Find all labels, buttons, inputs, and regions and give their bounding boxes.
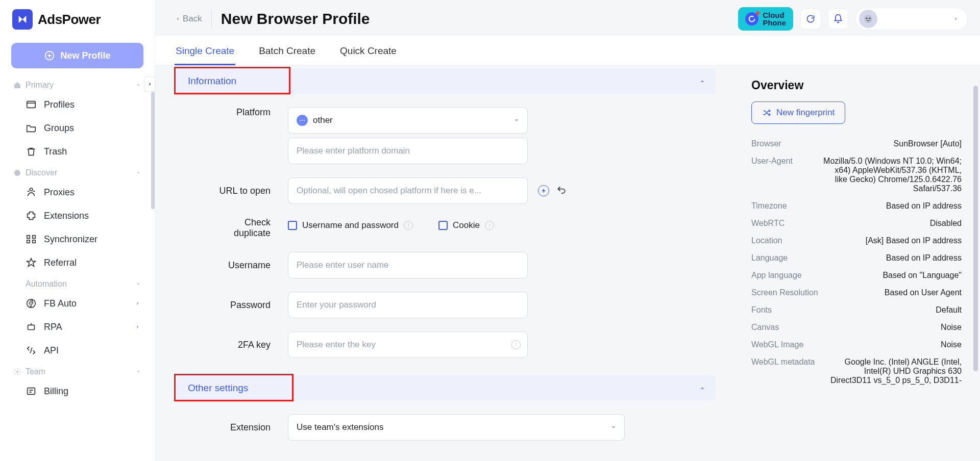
sidebar-item-groups[interactable]: Groups (0, 116, 155, 140)
new-profile-button[interactable]: New Profile (11, 43, 143, 68)
sidebar: AdsPower New Profile Primary Profiles Gr… (0, 0, 155, 461)
chevron-down-icon (610, 424, 617, 431)
check-duplicate-label: Check duplicate (176, 217, 288, 239)
overview-value: Google Inc. (Intel) ANGLE (Intel, Intel(… (824, 357, 962, 385)
overview-row: Screen ResolutionBased on User Agent (751, 284, 962, 301)
undo-icon[interactable] (556, 185, 567, 195)
add-url-button[interactable] (538, 185, 549, 196)
chevron-down-icon (135, 281, 141, 287)
nav-group-discover[interactable]: Discover (0, 163, 155, 181)
robot-icon (26, 321, 37, 332)
chevron-down-icon (135, 82, 141, 88)
overview-key: User-Agent (751, 157, 813, 193)
section-information-header[interactable]: Information (176, 68, 716, 94)
sidebar-item-extensions[interactable]: Extensions (0, 204, 155, 227)
platform-select[interactable]: ⋯ other (288, 107, 528, 134)
username-input[interactable] (288, 252, 528, 278)
password-input[interactable] (288, 292, 528, 318)
url-input[interactable] (288, 177, 528, 204)
chevron-down-icon (513, 117, 520, 124)
nav-group-automation[interactable]: Automation (0, 274, 155, 292)
chevron-left-icon (146, 81, 153, 87)
sidebar-item-api[interactable]: API (0, 339, 155, 362)
header: Back New Browser Profile Cloud Phone (155, 0, 980, 35)
overview-key: App language (751, 271, 813, 280)
plus-icon (541, 188, 547, 194)
puzzle-icon (26, 210, 37, 221)
nav-group-primary[interactable]: Primary (0, 75, 155, 93)
nav-group-team[interactable]: Team (0, 362, 155, 379)
new-fingerprint-button[interactable]: New fingerprint (751, 101, 845, 124)
tab-quick-create[interactable]: Quick Create (339, 40, 398, 65)
sidebar-item-proxies[interactable]: Proxies (0, 181, 155, 204)
overview-row: WebRTCDisabled (751, 215, 962, 232)
main: Back New Browser Profile Cloud Phone (155, 0, 980, 461)
chevron-right-icon (953, 16, 959, 22)
tfa-input[interactable] (288, 331, 528, 358)
overview-value: Mozilla/5.0 (Windows NT 10.0; Win64; x64… (822, 157, 962, 193)
refresh-button[interactable] (800, 9, 821, 29)
sidebar-item-fbauto[interactable]: FB Auto (0, 292, 155, 315)
tab-batch-create[interactable]: Batch Create (258, 40, 316, 65)
svg-rect-7 (33, 240, 36, 243)
overview-value: SunBrowser [Auto] (822, 139, 962, 148)
sidebar-item-referral[interactable]: Referral (0, 251, 155, 274)
shuffle-icon (762, 108, 771, 117)
sidebar-scrollbar[interactable] (151, 92, 155, 209)
brand-text: AdsPower (38, 12, 101, 28)
overview-row: BrowserSunBrowser [Auto] (751, 135, 962, 152)
compass-icon (13, 169, 21, 177)
chevron-left-icon (175, 16, 181, 22)
sidebar-item-synchronizer[interactable]: Synchronizer (0, 227, 155, 251)
tab-single-create[interactable]: Single Create (175, 40, 235, 65)
svg-point-13 (866, 18, 868, 19)
notifications-button[interactable] (828, 9, 848, 29)
sidebar-collapse-button[interactable] (144, 76, 155, 92)
overview-row: Location[Ask] Based on IP address (751, 232, 962, 249)
globe-icon: ⋯ (297, 115, 308, 126)
logo-icon (12, 9, 33, 30)
create-tabs: Single Create Batch Create Quick Create (155, 35, 980, 65)
tfa-label: 2FA key (176, 340, 288, 350)
new-profile-label: New Profile (60, 50, 110, 61)
cloud-phone-button[interactable]: Cloud Phone (738, 7, 793, 31)
info-icon[interactable]: ! (511, 340, 521, 349)
user-menu[interactable] (855, 8, 968, 30)
svg-rect-1 (27, 101, 36, 108)
check-cookie[interactable]: Cookie ! (438, 220, 494, 231)
info-icon[interactable]: ! (404, 221, 413, 230)
divider (211, 10, 212, 28)
overview-panel: Overview New fingerprint BrowserSunBrows… (736, 65, 980, 461)
folder-icon (26, 122, 37, 134)
overview-key: Canvas (751, 323, 813, 332)
svg-rect-9 (28, 325, 35, 329)
sliders-icon (13, 280, 21, 288)
sidebar-item-billing[interactable]: Billing (0, 379, 155, 403)
platform-domain-input[interactable] (288, 138, 528, 164)
brand-logo[interactable]: AdsPower (0, 9, 155, 38)
overview-key: WebGL Image (751, 340, 813, 349)
sidebar-item-profiles[interactable]: Profiles (0, 93, 155, 116)
sidebar-item-rpa[interactable]: RPA (0, 315, 155, 339)
overview-scrollbar[interactable] (973, 86, 978, 371)
monkey-avatar-icon (862, 13, 874, 25)
svg-rect-11 (28, 388, 35, 395)
overview-value: Based on IP address (822, 201, 962, 211)
gear-icon (13, 368, 21, 376)
extension-select[interactable]: Use team's extensions (288, 414, 625, 441)
avatar-icon (859, 10, 877, 28)
overview-row: User-AgentMozilla/5.0 (Windows NT 10.0; … (751, 152, 962, 197)
overview-key: Fonts (751, 305, 813, 315)
check-username-password[interactable]: Username and password ! (288, 220, 413, 231)
chevron-up-icon (698, 384, 706, 392)
overview-row: App languageBased on "Language" (751, 267, 962, 284)
checkbox-icon (288, 221, 297, 230)
extension-label: Extension (176, 422, 288, 433)
cloud-phone-icon (745, 12, 758, 25)
back-button[interactable]: Back (175, 14, 202, 24)
svg-point-10 (16, 371, 18, 373)
section-other-header[interactable]: Other settings (176, 375, 716, 401)
sidebar-item-trash[interactable]: Trash (0, 140, 155, 163)
info-icon[interactable]: ! (485, 221, 494, 230)
trash-icon (26, 146, 37, 157)
